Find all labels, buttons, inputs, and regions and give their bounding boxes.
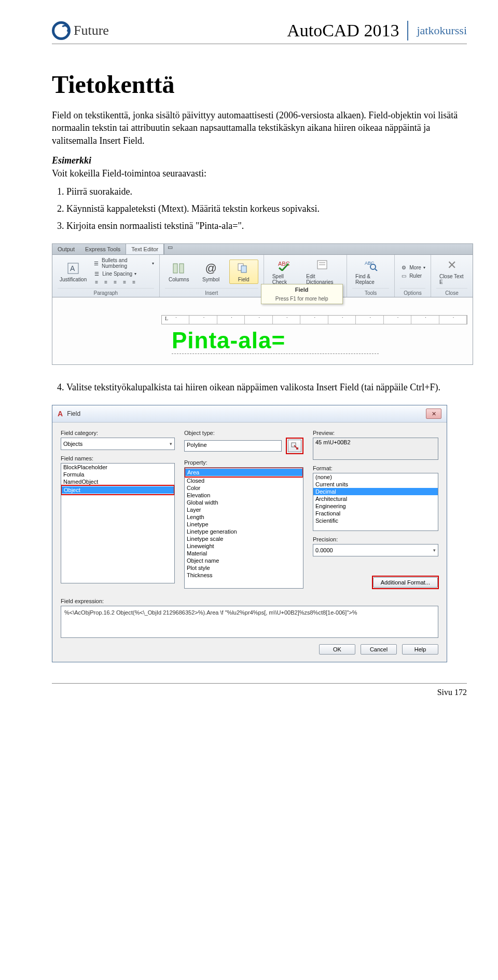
pick-object-button[interactable] — [288, 440, 301, 452]
gear-icon: ⚙ — [400, 264, 407, 271]
alignment-buttons[interactable]: ≡ ≡ ≡ ≡ ≡ — [93, 278, 154, 285]
panel-label-paragraph: Paragraph — [58, 288, 154, 296]
find-replace-button[interactable]: ABC Find & Replace — [352, 257, 389, 286]
doc-subtitle: jatkokurssi — [408, 24, 467, 37]
justification-icon: A — [66, 261, 80, 276]
columns-icon — [172, 261, 186, 276]
panel-label-tools2: Tools — [352, 288, 389, 296]
find-replace-icon: ABC — [364, 258, 378, 273]
steps-list: Piirrä suorakaide. Käynnistä kappaleteks… — [52, 185, 467, 233]
highlight-object: Object — [61, 485, 175, 495]
svg-rect-5 — [241, 266, 246, 273]
dictionary-icon — [315, 258, 329, 273]
svg-text:ABC: ABC — [365, 261, 375, 266]
tab-express-tools[interactable]: Express Tools — [80, 244, 126, 254]
doc-title: AutoCAD 2013 — [287, 21, 399, 40]
panel-overflow-icon[interactable]: ▭ — [164, 244, 176, 254]
field-dialog: A Field ✕ Field category: Objects ▾ Fiel… — [52, 405, 447, 662]
step-2: Käynnistä kappaleteksti (Mtext). Määritä… — [66, 202, 467, 216]
field-icon — [237, 261, 251, 276]
label-format: Format: — [313, 465, 438, 471]
chevron-down-icon: ▾ — [170, 441, 172, 446]
chevron-down-icon: ▾ — [433, 548, 436, 553]
mtext-content[interactable]: Pinta-ala= — [172, 328, 379, 354]
bullets-icon: ☰ — [93, 260, 100, 267]
close-text-editor-button[interactable]: ✕ Close Text E — [436, 257, 467, 286]
help-button[interactable]: Help — [402, 644, 438, 655]
highlight-pick-button — [286, 438, 303, 454]
more-button[interactable]: ⚙ More ▾ — [400, 264, 425, 271]
step-1: Piirrä suorakaide. — [66, 185, 467, 199]
spell-check-button[interactable]: ABC Spell Check — [269, 257, 299, 286]
tab-text-editor[interactable]: Text Editor — [126, 244, 164, 254]
property-list[interactable]: Area Closed Color Elevation Global width… — [184, 467, 303, 589]
align-left-icon[interactable]: ≡ — [93, 278, 100, 285]
field-tooltip: Field Press F1 for more help — [261, 284, 343, 304]
label-preview: Preview: — [313, 430, 438, 436]
page-header: Future AutoCAD 2013 jatkokurssi — [52, 21, 467, 44]
panel-label-close: Close — [436, 288, 467, 296]
object-type-field: Polyline — [184, 440, 282, 452]
preview-field: 45 m\U+00B2 — [313, 438, 438, 460]
field-category-combo[interactable]: Objects ▾ — [61, 438, 175, 450]
edit-dictionaries-button[interactable]: Edit Dictionaries — [303, 257, 341, 286]
align-center-icon[interactable]: ≡ — [102, 278, 109, 285]
svg-text:A: A — [70, 264, 75, 273]
field-expression-box: %<\AcObjProp.16.2 Object(%<\_ObjId 21296… — [61, 606, 438, 638]
ruler-icon: ▭ — [400, 272, 407, 279]
format-list[interactable]: (none) Current units Decimal Architectur… — [313, 473, 438, 531]
svg-line-12 — [375, 269, 377, 271]
autocad-app-icon: A — [58, 410, 63, 418]
field-button[interactable]: Field — [229, 260, 258, 284]
panel-label-options: Options — [400, 288, 425, 296]
example-lead: Voit kokeilla Field-toimintoa seuraavast… — [52, 167, 467, 180]
justification-button[interactable]: A Justification — [58, 260, 89, 283]
precision-combo[interactable]: 0.0000 ▾ — [313, 544, 438, 556]
bullets-numbering-button[interactable]: ☰ Bullets and Numbering ▾ — [93, 257, 154, 269]
spell-check-icon: ABC — [276, 258, 291, 273]
svg-rect-2 — [173, 264, 177, 273]
highlight-additional-format: Additional Format... — [372, 576, 439, 589]
label-object-type: Object type: — [184, 430, 303, 436]
line-spacing-button[interactable]: ☰ Line Spacing ▾ — [93, 270, 154, 277]
main-heading: Tietokenttä — [52, 70, 467, 99]
screenshot-ribbon: Output Express Tools Text Editor ▭ A Jus… — [52, 243, 467, 365]
mtext-ruler[interactable]: L — [161, 315, 467, 324]
tab-output[interactable]: Output — [52, 244, 80, 254]
line-spacing-icon: ☰ — [93, 270, 100, 277]
ok-button[interactable]: OK — [319, 644, 355, 655]
step-3: Kirjoita ensin normaalisti tekstinä "Pin… — [66, 219, 467, 233]
panel-label-tools: Field Press F1 for more help Tools — [269, 288, 341, 296]
align-justify-icon[interactable]: ≡ — [121, 278, 128, 285]
label-expression: Field expression: — [61, 598, 438, 604]
svg-rect-3 — [179, 264, 184, 273]
symbol-icon: @ — [204, 261, 218, 276]
align-dist-icon[interactable]: ≡ — [130, 278, 137, 285]
dialog-title: Field — [67, 410, 422, 417]
label-field-category: Field category: — [61, 430, 175, 436]
label-field-names: Field names: — [61, 455, 175, 461]
ruler-toggle[interactable]: ▭ Ruler — [400, 272, 425, 279]
label-property: Property: — [184, 459, 303, 466]
brand-name: Future — [74, 23, 109, 38]
label-precision: Precision: — [313, 536, 438, 542]
future-logo-icon — [52, 21, 71, 40]
align-right-icon[interactable]: ≡ — [112, 278, 119, 285]
dialog-close-button[interactable]: ✕ — [426, 409, 441, 419]
panel-label-insert: Insert — [165, 288, 258, 296]
page-footer: Sivu 172 — [52, 683, 467, 713]
columns-button[interactable]: Columns — [165, 260, 193, 283]
field-names-list[interactable]: BlockPlaceholder Formula NamedObject Obj… — [61, 463, 175, 583]
intro-paragraph: Field on tekstikenttä, jonka sisältö päi… — [52, 109, 467, 147]
close-icon: ✕ — [445, 258, 459, 273]
highlight-area: Area — [184, 467, 303, 478]
example-heading: Esimerkki — [52, 155, 467, 166]
brand-logo: Future — [52, 21, 109, 40]
steps-list-cont: Valitse tekstityökalupalkista tai hiiren… — [52, 380, 467, 394]
step-4: Valitse tekstityökalupalkista tai hiiren… — [66, 380, 467, 394]
cancel-button[interactable]: Cancel — [361, 644, 397, 655]
symbol-button[interactable]: @ Symbol — [197, 260, 225, 283]
additional-format-button[interactable]: Additional Format... — [373, 577, 438, 588]
